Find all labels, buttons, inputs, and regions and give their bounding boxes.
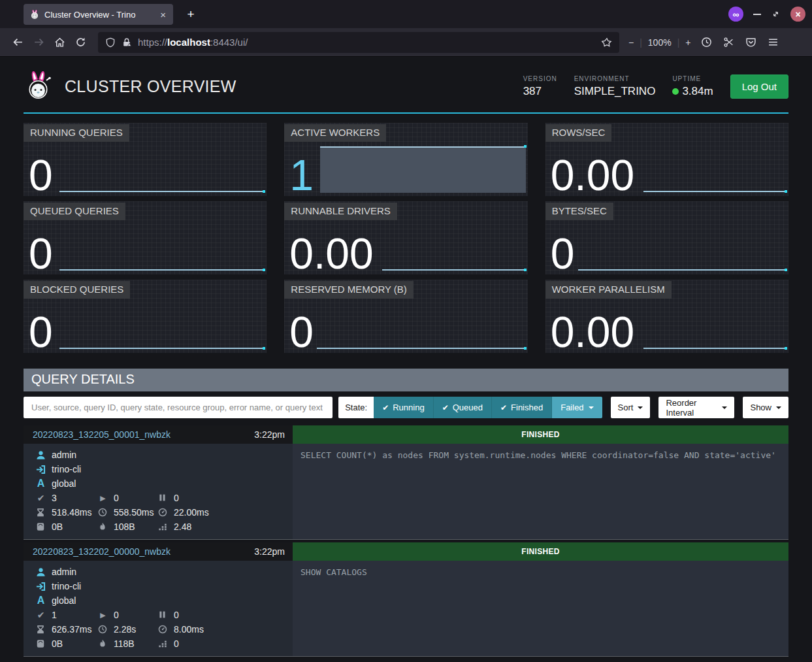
reorder-interval-label: Reorder Interval <box>666 398 717 418</box>
stat-value: 0.00 <box>551 155 634 196</box>
show-dropdown[interactable]: Show <box>743 397 788 418</box>
cumulative-memory-cell: 0 <box>158 638 286 649</box>
state-filter-queued[interactable]: ✔ Queued <box>434 397 492 418</box>
query-row-header: 20220823_132202_00000_nwbzk 3:22pm FINIS… <box>24 542 788 561</box>
zoom-in-button[interactable]: + <box>685 37 690 48</box>
stat-value: 0.00 <box>551 312 634 353</box>
environment-label: ENVIRONMENT <box>574 75 656 82</box>
state-label: Running <box>393 403 424 412</box>
state-filter-failed-dropdown[interactable]: Failed <box>552 397 602 418</box>
user-icon <box>36 567 46 577</box>
gauge-icon <box>158 508 168 518</box>
hourglass-icon <box>36 508 46 518</box>
reload-icon[interactable] <box>71 33 90 52</box>
scale-icon <box>36 522 46 532</box>
stat-card-runnable-drivers: RUNNABLE DRIVERS 0.00 <box>284 201 527 274</box>
trino-cluster-overview-page: CLUSTER OVERVIEW VERSION 387 ENVIRONMENT… <box>0 57 812 662</box>
query-user-line: admin <box>36 565 286 579</box>
sparkline <box>59 191 265 192</box>
times-line: 626.37ms 2.28s 8.00ms <box>36 622 286 637</box>
query-search-input[interactable] <box>24 397 333 418</box>
url-text: https://localhost:8443/ui/ <box>138 37 248 48</box>
splits-line: ✔ 3 ▶ 0 0 <box>36 491 286 505</box>
screenshot-scissors-icon[interactable] <box>723 37 734 48</box>
forward-icon[interactable] <box>29 33 48 52</box>
uptime-label: UPTIME <box>672 75 713 82</box>
current-memory: 0B <box>52 521 63 532</box>
version-value: 387 <box>523 85 557 98</box>
window-close-button[interactable]: × <box>790 7 805 22</box>
stat-value: 0 <box>551 233 575 274</box>
menu-hamburger-icon[interactable] <box>768 37 779 48</box>
state-filter-finished[interactable]: ✔ Finished <box>492 397 552 418</box>
wall-time: 518.48ms <box>52 507 91 518</box>
home-icon[interactable] <box>50 33 69 52</box>
separator: | <box>640 37 642 48</box>
chevron-down-icon <box>776 406 781 409</box>
query-user: admin <box>52 567 76 577</box>
query-row-header: 20220823_132205_00001_nwbzk 3:22pm FINIS… <box>24 425 788 444</box>
history-clock-icon[interactable] <box>701 37 712 48</box>
current-memory: 0B <box>52 638 63 649</box>
equalizer-bars-icon <box>158 639 168 649</box>
query-stats-panel: admin trino-cli A global ✔ 3 <box>24 444 293 539</box>
peak-memory-cell: 108B <box>98 521 158 532</box>
back-icon[interactable] <box>8 33 27 52</box>
stat-label: RESERVED MEMORY (B) <box>284 281 414 299</box>
url-protocol: https:// <box>138 37 167 48</box>
queued-splits: 0 <box>174 493 179 503</box>
query-source: trino-cli <box>52 464 81 474</box>
query-time: 3:22pm <box>254 546 285 557</box>
uptime-status-dot <box>672 88 679 95</box>
tracking-shield-icon[interactable] <box>105 37 116 48</box>
query-id-link[interactable]: 20220823_132205_00001_nwbzk <box>33 429 171 440</box>
state-label: Failed <box>560 403 583 412</box>
sort-dropdown[interactable]: Sort <box>611 397 651 418</box>
url-bar[interactable]: https://localhost:8443/ui/ <box>98 32 619 53</box>
pocket-icon[interactable] <box>745 37 756 48</box>
browser-tab[interactable]: Cluster Overview - Trino × <box>24 4 173 25</box>
query-resource-group: global <box>52 478 76 489</box>
insecure-lock-icon[interactable] <box>122 37 132 48</box>
new-tab-button[interactable]: + <box>182 5 200 24</box>
state-filter-running[interactable]: ✔ Running <box>374 397 434 418</box>
browser-titlebar: Cluster Overview - Trino × + ∞ × <box>0 0 812 28</box>
check-icon: ✔ <box>382 403 389 412</box>
sparkline <box>320 146 525 193</box>
stat-card-active-workers: ACTIVE WORKERS 1 <box>284 123 527 196</box>
tab-favicon-trino-bunny-icon <box>29 9 40 20</box>
window-restore-button[interactable] <box>771 9 781 19</box>
reorder-interval-dropdown[interactable]: Reorder Interval <box>658 397 734 418</box>
query-status-badge: FINISHED <box>293 542 788 561</box>
check-icon: ✔ <box>442 403 449 412</box>
running-splits: 0 <box>114 610 119 620</box>
bookmark-star-icon[interactable] <box>602 37 612 48</box>
window-minimize-button[interactable] <box>753 14 761 15</box>
fire-icon <box>98 639 108 649</box>
queued-splits-cell: 0 <box>158 610 286 620</box>
uptime-value: 3.84m <box>672 85 713 98</box>
logout-button[interactable]: Log Out <box>730 74 788 99</box>
zoom-controls: − | 100% | + <box>628 37 690 48</box>
zoom-out-button[interactable]: − <box>628 37 634 48</box>
log-in-icon <box>36 465 46 474</box>
queued-splits: 0 <box>174 610 179 620</box>
stat-value: 0.00 <box>289 233 373 274</box>
sparkline <box>59 348 265 349</box>
check-icon: ✔ <box>500 403 507 412</box>
completed-splits: 1 <box>52 610 57 620</box>
query-stats-panel: admin trino-cli A global ✔ 1 <box>24 561 293 656</box>
state-label: Queued <box>453 403 483 412</box>
zoom-level[interactable]: 100% <box>648 37 672 48</box>
cumulative-memory: 0 <box>174 638 179 649</box>
query-id-link[interactable]: 20220823_132202_00000_nwbzk <box>33 546 171 557</box>
url-path: :8443/ui/ <box>210 37 248 48</box>
extension-mask-icon[interactable]: ∞ <box>728 7 743 22</box>
url-host: localhost <box>167 37 210 48</box>
user-icon <box>36 450 46 460</box>
memory-line: 0B 118B 0 <box>36 637 286 651</box>
tab-close-icon[interactable]: × <box>159 9 167 20</box>
query-filter-row: State: ✔ Running ✔ Queued ✔ Finished Fai… <box>24 397 788 418</box>
query-resource-group-line: A global <box>36 593 286 608</box>
stat-card-worker-parallelism: WORKER PARALLELISM 0.00 <box>545 280 788 353</box>
